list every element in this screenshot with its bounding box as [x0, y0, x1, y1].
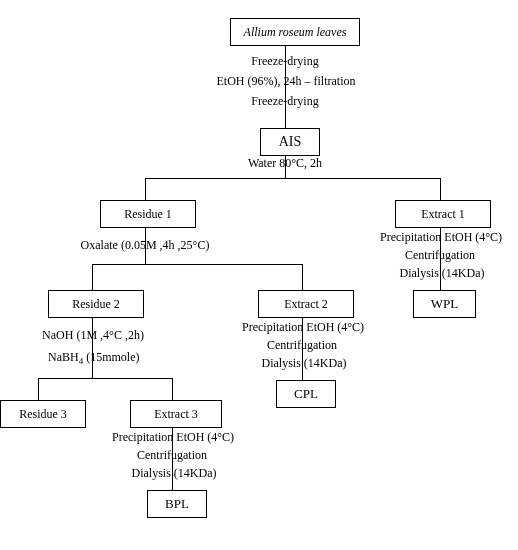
- step-water: Water 80°C, 2h: [240, 156, 330, 170]
- box-wpl: WPL: [413, 290, 476, 318]
- step-ext1-dialysis: Dialysis (14KDa): [392, 266, 492, 280]
- step-naoh: NaOH (1M ,4°C ,2h): [38, 328, 148, 342]
- step-ext3-precip: Precipitation EtOH (4°C): [112, 430, 232, 444]
- box-extract-2: Extract 2: [258, 290, 354, 318]
- label-wpl: WPL: [431, 296, 458, 312]
- step-ext2-centrif: Centrifugation: [262, 338, 342, 352]
- box-extract-3: Extract 3: [130, 400, 222, 428]
- step-ext2-precip: Precipitation EtOH (4°C): [242, 320, 362, 334]
- label-extract-2: Extract 2: [284, 297, 328, 312]
- label-extract-3: Extract 3: [154, 407, 198, 422]
- label-bpl: BPL: [165, 496, 189, 512]
- box-residue-1: Residue 1: [100, 200, 196, 228]
- step-ext3-dialysis: Dialysis (14KDa): [124, 466, 224, 480]
- box-bpl: BPL: [147, 490, 207, 518]
- label-residue-3: Residue 3: [19, 407, 67, 422]
- box-cpl: CPL: [276, 380, 336, 408]
- box-extract-1: Extract 1: [395, 200, 491, 228]
- step-freeze-drying-1: Freeze-drying: [240, 54, 330, 68]
- label-extract-1: Extract 1: [421, 207, 465, 222]
- step-ext1-centrif: Centrifugation: [400, 248, 480, 262]
- step-nabh4: NaBH4 (15mmole): [48, 350, 138, 367]
- box-residue-2: Residue 2: [48, 290, 144, 318]
- step-ext3-centrif: Centrifugation: [132, 448, 212, 462]
- box-ais: AIS: [260, 128, 320, 156]
- label-ais: AIS: [279, 134, 302, 150]
- step-oxalate: Oxalate (0.05M ,4h ,25°C): [75, 238, 215, 252]
- label-start: Allium roseum leaves: [244, 25, 347, 40]
- step-ext2-dialysis: Dialysis (14KDa): [254, 356, 354, 370]
- step-freeze-drying-2: Freeze-drying: [240, 94, 330, 108]
- label-cpl: CPL: [294, 386, 318, 402]
- label-residue-1: Residue 1: [124, 207, 172, 222]
- box-start: Allium roseum leaves: [230, 18, 360, 46]
- box-residue-3: Residue 3: [0, 400, 86, 428]
- label-residue-2: Residue 2: [72, 297, 120, 312]
- step-ext1-precip: Precipitation EtOH (4°C): [380, 230, 500, 244]
- step-etoh-filtration: EtOH (96%), 24h – filtration: [216, 74, 356, 88]
- diagram-canvas: Allium roseum leaves Freeze-drying EtOH …: [0, 0, 518, 550]
